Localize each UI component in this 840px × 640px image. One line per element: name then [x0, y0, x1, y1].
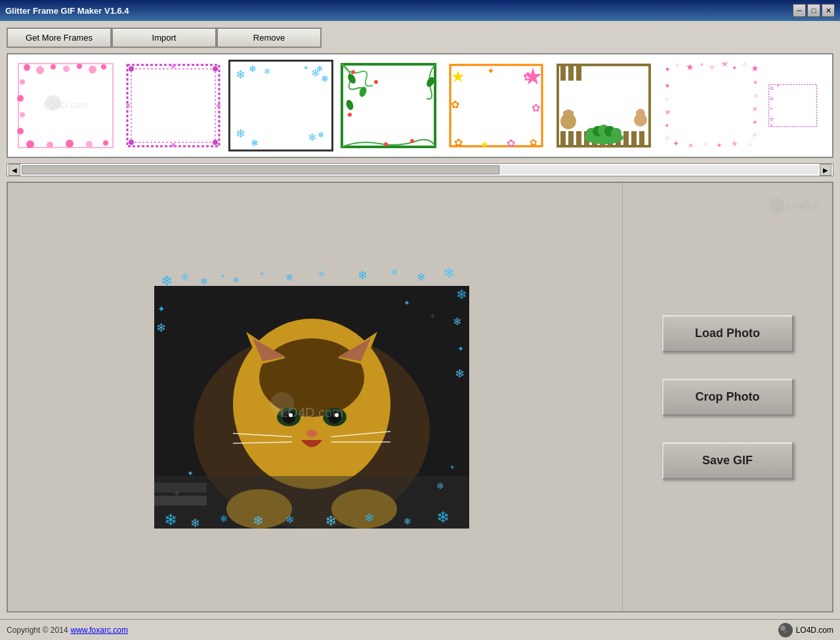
frames-strip: LO4D.com [7, 53, 833, 158]
svg-point-15 [47, 142, 53, 148]
svg-rect-44 [341, 64, 436, 148]
frame-item-6[interactable] [551, 60, 656, 151]
svg-text:✧: ✧ [742, 62, 748, 70]
svg-text:❄: ❄ [236, 68, 245, 81]
svg-text:✦: ✦ [699, 62, 704, 68]
svg-rect-151 [154, 483, 207, 492]
svg-text:✿: ✿ [454, 137, 463, 148]
svg-rect-77 [623, 131, 629, 147]
svg-text:✿: ✿ [532, 102, 540, 113]
svg-text:✦: ✦ [303, 64, 308, 71]
svg-rect-78 [631, 131, 637, 147]
svg-point-16 [66, 140, 74, 148]
svg-point-17 [86, 141, 93, 148]
svg-rect-80 [560, 65, 566, 81]
svg-text:✿: ✿ [530, 137, 537, 148]
maximize-button[interactable]: □ [807, 4, 820, 17]
svg-text:✦: ✦ [752, 119, 757, 126]
svg-point-192 [784, 630, 788, 633]
remove-button[interactable]: Remove [217, 28, 322, 48]
frame-item-8[interactable]: ✿ ✦ ✿ ✦ ✿ ✦ [766, 60, 819, 151]
svg-text:❄: ❄ [318, 130, 324, 140]
svg-rect-121 [768, 83, 818, 128]
svg-text:✧: ✧ [753, 92, 759, 100]
title-bar: Glitter Frame GIF Maker V1.6.4 ─ □ ✕ [0, 0, 840, 21]
svg-point-20 [45, 95, 61, 111]
svg-text:❄: ❄ [390, 267, 398, 277]
scroll-thumb[interactable] [22, 165, 499, 174]
svg-text:★: ★ [731, 139, 738, 148]
svg-text:★: ★ [686, 62, 694, 72]
svg-point-154 [270, 392, 294, 416]
toolbar: Get More Frames Import Remove [7, 28, 833, 48]
close-button[interactable]: ✕ [822, 4, 835, 17]
minimize-button[interactable]: ─ [793, 4, 806, 17]
svg-text:★: ★ [688, 142, 694, 149]
svg-text:✦: ✦ [664, 122, 669, 129]
svg-rect-152 [154, 496, 207, 506]
svg-text:✧: ✧ [664, 134, 671, 143]
svg-text:✧: ✧ [709, 63, 715, 72]
svg-point-54 [410, 139, 414, 143]
svg-text:❄: ❄ [285, 272, 293, 283]
svg-text:✦: ✦ [770, 123, 773, 127]
svg-point-50 [351, 70, 355, 74]
copyright-text: Copyright © 2014 [7, 626, 68, 635]
svg-point-30 [126, 104, 130, 108]
get-more-frames-button[interactable]: Get More Frames [7, 28, 112, 48]
crop-photo-button[interactable]: Crop Photo [662, 378, 793, 416]
lo4d-logo: LO4D.com [778, 622, 833, 638]
svg-point-11 [17, 95, 24, 102]
svg-rect-95 [663, 62, 760, 149]
scroll-right-button[interactable]: ▶ [820, 164, 831, 176]
svg-text:✦: ✦ [770, 106, 773, 111]
svg-text:✦: ✦ [220, 272, 225, 279]
load-photo-button[interactable]: Load Photo [662, 315, 793, 352]
svg-point-52 [348, 113, 352, 117]
frame-item-3[interactable]: ❄ ❄ ❄ ❄ ❄ ✦ ❄ ❄ ❄ ❄ ❄ [228, 60, 333, 151]
app-title: Glitter Frame GIF Maker V1.6.4 [5, 6, 129, 16]
svg-point-85 [563, 111, 567, 115]
svg-text:★: ★ [451, 68, 465, 85]
svg-point-5 [51, 64, 56, 70]
svg-text:❄: ❄ [443, 266, 455, 281]
svg-text:❄: ❄ [321, 73, 329, 84]
svg-point-94 [611, 128, 621, 138]
frame-item-7[interactable]: ✦ ✧ ★ ✦ ✧ ★ ✦ ✧ ★ ✦ ✧ ★ ✦ ✧ ✦ [659, 60, 764, 151]
svg-point-10 [20, 79, 25, 85]
svg-point-6 [63, 66, 70, 72]
horizontal-scrollbar: ◀ ▶ [7, 163, 833, 176]
svg-point-88 [636, 109, 645, 118]
frame-item-5[interactable]: ★ ✿ ✦ ✿ ✿ ✿ ★ ✿ ✿ [444, 60, 549, 151]
svg-text:✦: ✦ [487, 66, 495, 76]
scroll-left-button[interactable]: ◀ [9, 164, 20, 176]
svg-point-24 [129, 66, 134, 71]
save-gif-button[interactable]: Save GIF [662, 442, 793, 479]
svg-text:✦: ✦ [732, 64, 737, 71]
status-bar: Copyright © 2014 www.foxarc.com LO4D.com [0, 619, 840, 640]
svg-text:✿: ✿ [770, 117, 774, 122]
svg-point-9 [101, 64, 106, 70]
svg-text:✦: ✦ [776, 83, 780, 88]
svg-text:★: ★ [664, 108, 671, 117]
scroll-track[interactable] [22, 165, 818, 174]
logo-text: LO4D.com [796, 626, 833, 635]
svg-text:✦: ✦ [717, 142, 722, 149]
svg-text:✧: ✧ [675, 62, 680, 69]
import-button[interactable]: Import [112, 28, 217, 48]
svg-point-12 [20, 112, 25, 117]
svg-point-27 [213, 140, 218, 145]
website-link[interactable]: www.foxarc.com [71, 626, 128, 635]
svg-text:✧: ✧ [664, 96, 669, 103]
svg-text:✦: ✦ [673, 139, 679, 148]
svg-rect-71 [576, 131, 581, 147]
svg-text:LO4D.com: LO4D.com [786, 201, 819, 211]
svg-text:❄: ❄ [318, 270, 325, 279]
frame-item-1[interactable]: LO4D.com [13, 60, 118, 151]
svg-text:★: ★ [721, 62, 729, 69]
svg-text:✦: ✦ [664, 81, 671, 90]
frame-item-4[interactable] [336, 60, 441, 151]
svg-rect-70 [568, 131, 574, 147]
frame-item-2[interactable] [121, 60, 226, 151]
svg-rect-69 [560, 131, 566, 147]
